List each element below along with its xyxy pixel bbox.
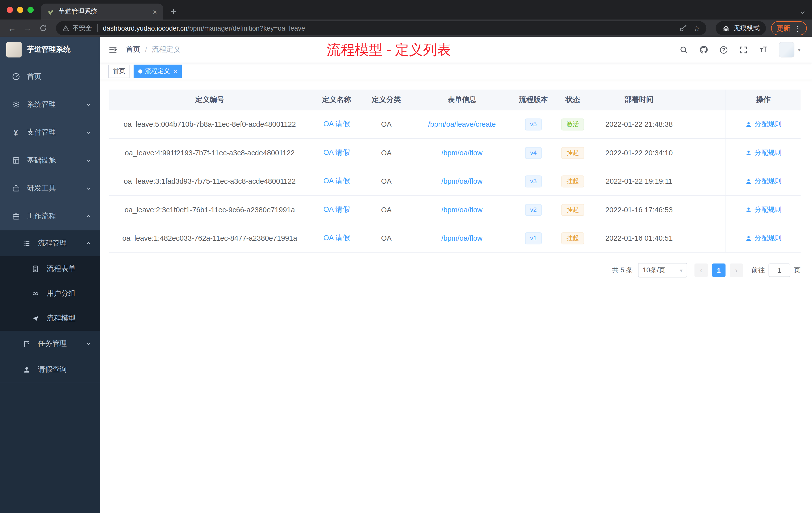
avatar[interactable] (779, 42, 795, 58)
breadcrumb-current: 流程定义 (152, 45, 181, 54)
sidebar-item-user-group[interactable]: 用户分组 (0, 281, 100, 306)
definition-name-link[interactable]: OA 请假 (323, 119, 350, 129)
version-tag: v1 (525, 232, 542, 244)
sidebar-item-leave-query[interactable]: 请假查询 (0, 357, 100, 383)
sidebar-item-infrastructure[interactable]: 基础设施 (0, 147, 100, 175)
form-link[interactable]: /bpm/oa/flow (441, 149, 483, 157)
incognito-label: 无痕模式 (734, 24, 760, 33)
assign-rule-button[interactable]: 分配规则 (745, 176, 781, 186)
pagination: 共 5 条 10条/页 ▾ ‹ 1 › 前往 页 (109, 263, 801, 278)
page-annotation: 流程模型 - 定义列表 (327, 40, 451, 59)
tab-search-icon[interactable] (800, 9, 806, 16)
goto-page-input[interactable] (768, 264, 790, 277)
table-header: 定义编号 定义名称 定义分类 表单信息 流程版本 状态 部署时间 操作 (109, 90, 801, 111)
close-window-button[interactable] (7, 7, 13, 13)
form-link[interactable]: /bpm/oa/leave/create (428, 120, 496, 128)
reload-button[interactable] (36, 22, 50, 35)
assign-rule-button[interactable]: 分配规则 (745, 205, 781, 214)
chevron-down-icon (85, 185, 92, 191)
font-size-icon[interactable] (759, 45, 768, 54)
sidebar-item-process-management[interactable]: 流程管理 (0, 231, 100, 256)
chevron-down-icon (85, 340, 92, 347)
sidebar-item-process-form[interactable]: 流程表单 (0, 256, 100, 281)
address-bar[interactable]: 不安全 dashboard.yudao.iocoder.cn/bpm/manag… (56, 21, 706, 35)
spacer (686, 110, 726, 138)
fullscreen-icon[interactable] (739, 45, 748, 54)
version-tag: v5 (525, 118, 542, 130)
chevron-up-icon (85, 240, 92, 246)
prev-page-button[interactable]: ‹ (695, 264, 708, 277)
deploy-time: 2022-01-22 20:34:10 (592, 139, 686, 167)
security-status[interactable]: 不安全 (62, 24, 92, 33)
sidebar-item-process-model[interactable]: 流程模型 (0, 306, 100, 331)
page-size-select[interactable]: 10条/页 ▾ (638, 263, 687, 278)
users-icon (31, 290, 40, 297)
spacer (686, 196, 726, 223)
new-tab-button[interactable]: + (166, 4, 181, 19)
column-header: 操作 (726, 90, 801, 110)
definition-name-link[interactable]: OA 请假 (323, 205, 350, 214)
deploy-time: 2022-01-16 17:46:53 (592, 196, 686, 223)
definition-name-link[interactable]: OA 请假 (323, 233, 350, 243)
chevron-down-icon (85, 129, 92, 136)
form-link[interactable]: /bpm/oa/flow (441, 234, 483, 242)
sidebar-item-home[interactable]: 首页 (0, 63, 100, 91)
clipboard-icon (22, 340, 31, 348)
tag-process-definition[interactable]: 流程定义 × (134, 64, 182, 78)
app-logo: 芋道管理系统 (0, 37, 100, 62)
column-header: 状态 (553, 90, 592, 110)
version-tag: v3 (525, 175, 542, 187)
browser-tab[interactable]: 芋道管理系统 × (41, 3, 163, 20)
password-key-icon[interactable] (679, 24, 687, 32)
sidebar-item-workflow[interactable]: 工作流程 (0, 202, 100, 230)
sidebar-item-dev-tools[interactable]: 研发工具 (0, 175, 100, 202)
tab-title: 芋道管理系统 (58, 7, 147, 16)
hamburger-icon[interactable] (108, 45, 117, 54)
document-icon (31, 265, 40, 273)
assign-rule-button[interactable]: 分配规则 (745, 148, 781, 157)
definition-category: OA (362, 139, 410, 167)
tag-close-icon[interactable]: × (174, 67, 177, 75)
assign-rule-button[interactable]: 分配规则 (745, 233, 781, 243)
definition-category: OA (362, 110, 410, 138)
table-row: oa_leave:5:004b710b-7b8a-11ec-8ef0-acde4… (109, 110, 801, 139)
column-header: 定义编号 (109, 90, 311, 110)
bookmark-star-icon[interactable]: ☆ (693, 24, 700, 33)
chrome-menu-icon[interactable]: ⋮ (794, 24, 801, 32)
top-navbar: 首页 / 流程定义 流程模型 - 定义列表 (100, 37, 812, 62)
update-label: 更新 (777, 24, 790, 33)
form-link[interactable]: /bpm/oa/flow (441, 206, 483, 214)
assign-rule-button[interactable]: 分配规则 (745, 119, 781, 129)
back-button[interactable]: ← (5, 22, 19, 35)
zoom-window-button[interactable] (27, 7, 34, 13)
update-browser-button[interactable]: 更新 ⋮ (771, 21, 807, 35)
tag-home[interactable]: 首页 (108, 64, 130, 78)
table-row: oa_leave:4:991f2193-7b7f-11ec-a3c8-acde4… (109, 139, 801, 167)
sidebar-item-system-management[interactable]: 系统管理 (0, 91, 100, 118)
sidebar-item-task-management[interactable]: 任务管理 (0, 331, 100, 357)
definition-name-link[interactable]: OA 请假 (323, 148, 350, 157)
tab-close-icon[interactable]: × (151, 7, 159, 16)
page-content: 定义编号 定义名称 定义分类 表单信息 流程版本 状态 部署时间 操作 oa_l… (100, 80, 812, 513)
dashboard-icon (11, 72, 20, 81)
status-badge: 激活 (561, 118, 584, 130)
breadcrumb-home[interactable]: 首页 (126, 45, 140, 54)
next-page-button[interactable]: › (730, 264, 743, 277)
status-badge: 挂起 (561, 175, 584, 187)
page-number-button[interactable]: 1 (712, 264, 726, 277)
version-tag: v4 (525, 147, 542, 159)
browser-toolbar: ← → 不安全 dashboard.yudao.iocoder.cn/bpm/m… (0, 20, 812, 37)
help-icon[interactable] (720, 45, 728, 54)
workflow-submenu: 流程管理 流程表单 用户分组 (0, 231, 100, 383)
sidebar-item-payment-management[interactable]: ¥ 支付管理 (0, 118, 100, 146)
user-menu[interactable]: ▾ (779, 42, 801, 58)
minimize-window-button[interactable] (17, 7, 23, 13)
form-link[interactable]: /bpm/oa/flow (441, 177, 483, 185)
forward-button[interactable]: → (21, 22, 34, 35)
gear-icon (11, 100, 20, 109)
definition-name-link[interactable]: OA 请假 (323, 176, 350, 186)
main-area: 首页 / 流程定义 流程模型 - 定义列表 (100, 37, 812, 513)
github-icon[interactable] (699, 45, 708, 54)
search-icon[interactable] (680, 45, 689, 54)
caret-down-icon: ▾ (798, 47, 801, 53)
